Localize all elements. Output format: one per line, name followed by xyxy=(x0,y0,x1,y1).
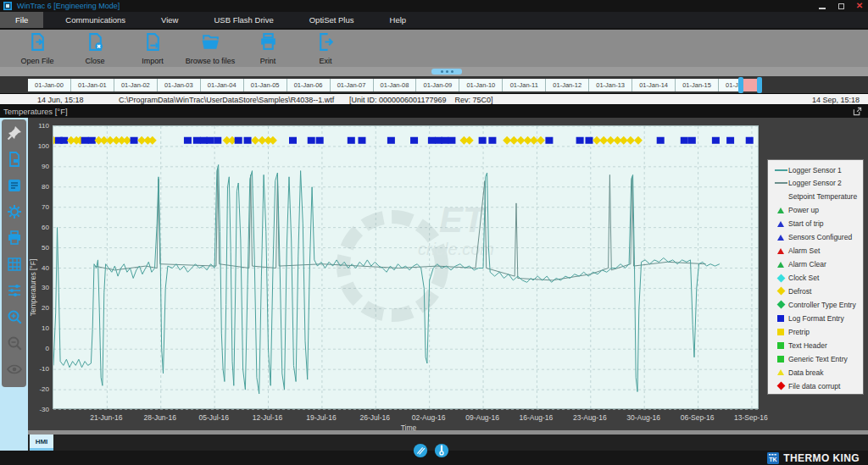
temperature-chart-canvas: ETcricle.com xyxy=(53,126,760,410)
controller-device-icon[interactable] xyxy=(6,177,23,194)
watermark: ETcricle.com xyxy=(343,200,494,315)
legend-marker-none xyxy=(773,196,788,197)
legend-item: Power up xyxy=(773,204,863,217)
legend-item: Generic Text Entry xyxy=(773,352,863,365)
legend-label: Setpoint Temperature xyxy=(788,192,857,201)
x-tick-label: 05-Jul-16 xyxy=(192,413,236,422)
menu-item-optiset-plus[interactable]: OptiSet Plus xyxy=(296,12,368,28)
print-icon[interactable] xyxy=(6,230,23,246)
menu-item-help[interactable]: Help xyxy=(376,12,420,28)
event-log-format-marker xyxy=(576,137,584,144)
zoom-out-icon xyxy=(6,335,23,352)
timeline-label: 01-Jan-16 xyxy=(718,79,761,91)
chart-legend: Logger Sensor 1Logger Sensor 2Setpoint T… xyxy=(767,159,864,395)
sidebar-toolbox xyxy=(2,119,26,387)
exit-icon xyxy=(315,31,337,56)
legend-item: Pretrip xyxy=(773,325,863,338)
legend-item: Alarm Clear xyxy=(773,258,863,271)
legend-label: Power up xyxy=(788,206,819,214)
legend-label: Logger Sensor 1 xyxy=(788,166,842,174)
event-log-format-marker xyxy=(410,137,418,144)
print-button[interactable]: Print xyxy=(241,31,295,65)
chart-header: Temperatures [°F] xyxy=(0,105,868,118)
toolbar-label: Import xyxy=(142,57,164,65)
view-eye-icon xyxy=(6,361,23,378)
close-button[interactable]: ✕ xyxy=(854,2,865,11)
open-file-button[interactable]: Open File xyxy=(10,31,64,65)
pin-icon[interactable] xyxy=(6,125,23,141)
signature-pen-icon[interactable] xyxy=(413,443,428,458)
timeline-label: 01-Jan-00 xyxy=(28,79,70,91)
menu-item-view[interactable]: View xyxy=(147,12,192,28)
y-tick-label: -30 xyxy=(31,406,49,413)
tab-hmi[interactable]: HMI xyxy=(30,435,53,451)
brand-text: THERMO KING xyxy=(783,452,860,464)
x-tick-label: 26-Jul-16 xyxy=(353,413,397,422)
timeline-label: 01-Jan-09 xyxy=(415,79,459,91)
event-log-format-marker xyxy=(206,137,214,144)
thermo-king-logo: TK THERMO KING xyxy=(767,451,860,465)
thermometer-icon[interactable] xyxy=(434,443,449,458)
y-tick-label: 110 xyxy=(31,122,49,130)
settings-gear-icon[interactable] xyxy=(6,203,23,220)
event-log-format-marker xyxy=(184,137,192,144)
event-log-format-marker xyxy=(60,137,68,144)
x-tick-label: 21-Jun-16 xyxy=(84,413,128,422)
maximize-icon xyxy=(838,3,844,9)
y-tick-label: -10 xyxy=(31,365,49,373)
event-log-format-marker xyxy=(387,137,395,144)
legend-marker-triangle xyxy=(773,262,788,268)
legend-item: Logger Sensor 1 xyxy=(773,163,863,176)
legend-marker-triangle xyxy=(773,235,788,241)
event-log-format-marker xyxy=(193,137,201,144)
event-log-format-marker xyxy=(348,137,355,144)
legend-label: Clock Set xyxy=(788,274,819,282)
legend-marker-diamond xyxy=(773,302,788,307)
y-tick-label: 50 xyxy=(31,244,49,252)
legend-item: Text Header xyxy=(773,339,863,352)
close-button[interactable]: Close xyxy=(68,31,122,65)
timeline-label: 01-Jan-12 xyxy=(545,79,588,91)
timeline-track[interactable]: 01-Jan-0001-Jan-0101-Jan-0201-Jan-0301-J… xyxy=(28,79,761,91)
legend-label: Pretrip xyxy=(788,328,810,336)
timeline-label: 01-Jan-13 xyxy=(588,79,632,91)
menu-item-file[interactable]: File xyxy=(0,12,43,28)
y-tick-label: 40 xyxy=(31,264,49,272)
y-tick-label: 90 xyxy=(31,163,49,170)
plot-area[interactable]: ETcricle.com xyxy=(53,125,759,409)
popout-icon[interactable] xyxy=(853,107,862,116)
filter-sliders-icon[interactable] xyxy=(6,282,23,299)
title-bar: WinTrac 6 [Engineering Mode] ✕ xyxy=(0,0,868,12)
toolbar-label: Exit xyxy=(319,57,331,65)
menu-item-communications[interactable]: Communications xyxy=(52,12,139,28)
minimize-button[interactable] xyxy=(817,2,827,11)
legend-item: Sensors Configured xyxy=(773,231,863,244)
y-tick-label: 60 xyxy=(31,224,49,231)
splitter-handle[interactable] xyxy=(431,69,462,75)
legend-label: Controller Type Entry xyxy=(788,301,856,309)
event-defrost-marker xyxy=(269,136,277,145)
minimize-icon xyxy=(819,8,826,9)
data-grid-icon[interactable] xyxy=(6,256,23,273)
toolbar-label: Close xyxy=(85,57,104,65)
report-file-icon[interactable] xyxy=(6,151,23,168)
legend-label: Text Header xyxy=(788,341,827,350)
event-log-format-marker xyxy=(479,137,487,144)
legend-marker-triangle xyxy=(773,369,788,375)
legend-label: Alarm Clear xyxy=(788,260,826,268)
import-button[interactable]: Import xyxy=(125,31,180,65)
legend-marker-triangle xyxy=(773,208,788,213)
timeline-label: 01-Jan-06 xyxy=(287,79,330,91)
x-tick-label: 12-Jul-16 xyxy=(246,413,290,422)
browse-to-files-button[interactable]: Browse to files xyxy=(183,31,237,65)
event-log-format-marker xyxy=(428,137,436,144)
import-icon xyxy=(142,31,164,56)
exit-button[interactable]: Exit xyxy=(298,31,353,65)
legend-item: File data corrupt xyxy=(773,379,863,392)
maximize-button[interactable] xyxy=(836,2,846,11)
zoom-in-icon[interactable] xyxy=(6,308,23,325)
menu-item-usb-flash-drive[interactable]: USB Flash Drive xyxy=(200,12,287,28)
legend-item: Alarm Set xyxy=(773,245,863,257)
event-log-format-marker xyxy=(488,137,496,144)
event-defrost-marker xyxy=(626,136,635,145)
